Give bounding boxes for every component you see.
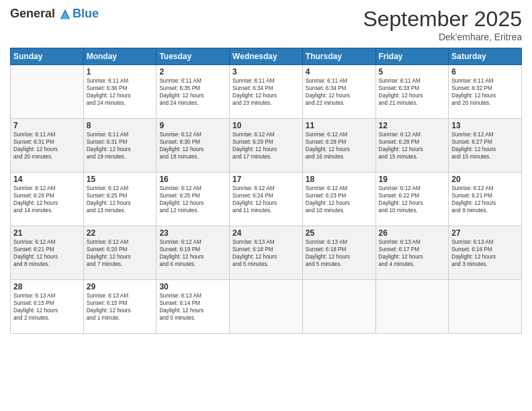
day-number: 10: [232, 121, 300, 130]
day-info: Sunrise: 6:13 AM Sunset: 6:15 PM Dayligh…: [87, 292, 154, 322]
logo: General Blue: [10, 7, 99, 21]
day-number: 2: [159, 67, 226, 77]
table-row: 12Sunrise: 6:12 AM Sunset: 6:28 PM Dayli…: [375, 119, 449, 173]
calendar-week-row: 7Sunrise: 6:11 AM Sunset: 6:31 PM Daylig…: [11, 119, 522, 173]
day-info: Sunrise: 6:12 AM Sunset: 6:20 PM Dayligh…: [87, 238, 154, 268]
table-row: 11Sunrise: 6:12 AM Sunset: 6:28 PM Dayli…: [302, 119, 375, 173]
day-info: Sunrise: 6:12 AM Sunset: 6:19 PM Dayligh…: [159, 238, 226, 268]
table-row: 8Sunrise: 6:11 AM Sunset: 6:31 PM Daylig…: [83, 119, 157, 173]
day-info: Sunrise: 6:12 AM Sunset: 6:21 PM Dayligh…: [13, 238, 81, 268]
table-row: 29Sunrise: 6:13 AM Sunset: 6:15 PM Dayli…: [83, 280, 157, 334]
day-number: 26: [379, 228, 446, 238]
day-number: 3: [232, 67, 300, 77]
day-number: 28: [13, 282, 81, 291]
day-info: Sunrise: 6:11 AM Sunset: 6:33 PM Dayligh…: [379, 77, 446, 107]
table-row: 23Sunrise: 6:12 AM Sunset: 6:19 PM Dayli…: [157, 226, 230, 280]
day-info: Sunrise: 6:12 AM Sunset: 6:29 PM Dayligh…: [232, 131, 300, 161]
day-number: 11: [306, 121, 373, 130]
day-info: Sunrise: 6:12 AM Sunset: 6:25 PM Dayligh…: [159, 185, 226, 214]
day-number: 12: [379, 121, 446, 130]
table-row: 17Sunrise: 6:12 AM Sunset: 6:24 PM Dayli…: [230, 173, 303, 226]
day-number: 17: [232, 175, 300, 184]
day-number: 13: [451, 121, 519, 130]
day-info: Sunrise: 6:11 AM Sunset: 6:36 PM Dayligh…: [87, 77, 154, 107]
day-info: Sunrise: 6:13 AM Sunset: 6:17 PM Dayligh…: [379, 238, 446, 268]
day-number: 27: [451, 228, 519, 238]
day-number: 1: [87, 67, 154, 77]
table-row: 7Sunrise: 6:11 AM Sunset: 6:31 PM Daylig…: [11, 119, 84, 173]
day-info: Sunrise: 6:11 AM Sunset: 6:31 PM Dayligh…: [87, 131, 154, 161]
table-row: 20Sunrise: 6:12 AM Sunset: 6:21 PM Dayli…: [449, 173, 522, 226]
day-info: Sunrise: 6:13 AM Sunset: 6:15 PM Dayligh…: [13, 292, 81, 322]
day-number: 25: [306, 228, 373, 238]
table-row: 3Sunrise: 6:11 AM Sunset: 6:34 PM Daylig…: [230, 65, 303, 119]
table-row: 27Sunrise: 6:13 AM Sunset: 6:16 PM Dayli…: [449, 226, 522, 280]
calendar-week-row: 21Sunrise: 6:12 AM Sunset: 6:21 PM Dayli…: [11, 226, 522, 280]
day-info: Sunrise: 6:12 AM Sunset: 6:27 PM Dayligh…: [451, 131, 519, 161]
table-row: [230, 280, 303, 334]
table-row: [375, 280, 449, 334]
table-row: 19Sunrise: 6:12 AM Sunset: 6:22 PM Dayli…: [375, 173, 449, 226]
day-info: Sunrise: 6:12 AM Sunset: 6:28 PM Dayligh…: [379, 131, 446, 161]
table-row: 1Sunrise: 6:11 AM Sunset: 6:36 PM Daylig…: [83, 65, 157, 119]
day-number: 4: [306, 67, 373, 77]
day-number: 9: [159, 121, 226, 130]
table-row: 16Sunrise: 6:12 AM Sunset: 6:25 PM Dayli…: [157, 173, 230, 226]
title-block: September 2025 Dek'emhare, Eritrea: [363, 7, 522, 42]
table-row: [449, 280, 522, 334]
day-info: Sunrise: 6:11 AM Sunset: 6:32 PM Dayligh…: [451, 77, 519, 107]
day-info: Sunrise: 6:12 AM Sunset: 6:22 PM Dayligh…: [379, 185, 446, 214]
calendar-week-row: 14Sunrise: 6:12 AM Sunset: 6:26 PM Dayli…: [11, 173, 522, 226]
day-info: Sunrise: 6:11 AM Sunset: 6:31 PM Dayligh…: [13, 131, 81, 161]
table-row: [302, 280, 375, 334]
day-info: Sunrise: 6:13 AM Sunset: 6:18 PM Dayligh…: [306, 238, 373, 268]
table-row: 28Sunrise: 6:13 AM Sunset: 6:15 PM Dayli…: [11, 280, 84, 334]
table-row: 25Sunrise: 6:13 AM Sunset: 6:18 PM Dayli…: [302, 226, 375, 280]
day-number: 8: [87, 121, 154, 130]
header-monday: Monday: [83, 48, 157, 65]
day-number: 21: [13, 228, 81, 238]
table-row: 26Sunrise: 6:13 AM Sunset: 6:17 PM Dayli…: [375, 226, 449, 280]
calendar-header-row: Sunday Monday Tuesday Wednesday Thursday…: [11, 48, 522, 65]
day-number: 16: [159, 175, 226, 184]
day-info: Sunrise: 6:12 AM Sunset: 6:23 PM Dayligh…: [306, 185, 373, 214]
table-row: 9Sunrise: 6:12 AM Sunset: 6:30 PM Daylig…: [157, 119, 230, 173]
day-info: Sunrise: 6:12 AM Sunset: 6:24 PM Dayligh…: [232, 185, 300, 214]
day-number: 15: [87, 175, 154, 184]
day-number: 20: [451, 175, 519, 184]
header-wednesday: Wednesday: [230, 48, 303, 65]
day-number: 7: [13, 121, 81, 130]
day-number: 19: [379, 175, 446, 184]
calendar-week-row: 28Sunrise: 6:13 AM Sunset: 6:15 PM Dayli…: [11, 280, 522, 334]
table-row: 15Sunrise: 6:12 AM Sunset: 6:25 PM Dayli…: [83, 173, 157, 226]
day-info: Sunrise: 6:12 AM Sunset: 6:28 PM Dayligh…: [306, 131, 373, 161]
day-number: 5: [379, 67, 446, 77]
day-number: 14: [13, 175, 81, 184]
day-info: Sunrise: 6:13 AM Sunset: 6:14 PM Dayligh…: [159, 292, 226, 322]
table-row: 13Sunrise: 6:12 AM Sunset: 6:27 PM Dayli…: [449, 119, 522, 173]
day-info: Sunrise: 6:13 AM Sunset: 6:16 PM Dayligh…: [451, 238, 519, 268]
header-tuesday: Tuesday: [157, 48, 230, 65]
table-row: 5Sunrise: 6:11 AM Sunset: 6:33 PM Daylig…: [375, 65, 449, 119]
page-header: General Blue September 2025 Dek'emhare, …: [10, 7, 522, 42]
day-info: Sunrise: 6:11 AM Sunset: 6:34 PM Dayligh…: [306, 77, 373, 107]
header-saturday: Saturday: [449, 48, 522, 65]
day-number: 6: [451, 67, 519, 77]
logo-general: General: [10, 7, 55, 20]
calendar-week-row: 1Sunrise: 6:11 AM Sunset: 6:36 PM Daylig…: [11, 65, 522, 119]
day-info: Sunrise: 6:11 AM Sunset: 6:35 PM Dayligh…: [159, 77, 226, 107]
day-number: 23: [159, 228, 226, 238]
table-row: 14Sunrise: 6:12 AM Sunset: 6:26 PM Dayli…: [11, 173, 84, 226]
day-number: 24: [232, 228, 300, 238]
logo-icon: [59, 8, 71, 20]
table-row: 4Sunrise: 6:11 AM Sunset: 6:34 PM Daylig…: [302, 65, 375, 119]
table-row: 2Sunrise: 6:11 AM Sunset: 6:35 PM Daylig…: [157, 65, 230, 119]
day-info: Sunrise: 6:12 AM Sunset: 6:25 PM Dayligh…: [87, 185, 154, 214]
day-info: Sunrise: 6:12 AM Sunset: 6:30 PM Dayligh…: [159, 131, 226, 161]
logo-blue: Blue: [73, 7, 99, 21]
day-info: Sunrise: 6:12 AM Sunset: 6:26 PM Dayligh…: [13, 185, 81, 214]
day-number: 29: [87, 282, 154, 291]
day-number: 22: [87, 228, 154, 238]
day-number: 30: [159, 282, 226, 291]
header-sunday: Sunday: [11, 48, 84, 65]
